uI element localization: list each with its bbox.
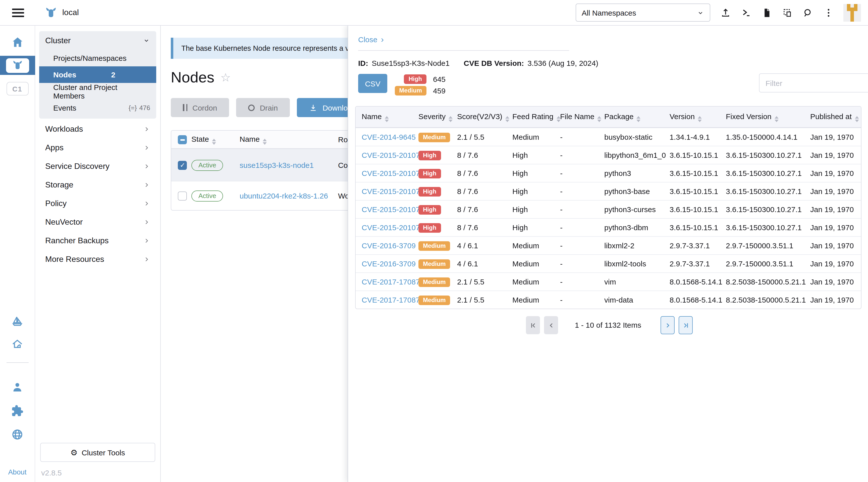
sort-icon[interactable] [263, 139, 267, 145]
column-header-package[interactable]: Package [604, 112, 634, 120]
cve-link[interactable]: CVE-2015-20107 [362, 223, 418, 232]
sort-icon[interactable] [775, 116, 779, 122]
version-label: v2.8.5 [41, 469, 62, 477]
sidebar-item-label: Projects/Namespaces [53, 54, 127, 62]
cve-link[interactable]: CVE-2015-20107 [362, 169, 418, 177]
cve-feed-rating: High [513, 146, 560, 164]
kubectl-shell-icon[interactable] [740, 7, 751, 18]
sidebar-item[interactable]: Nodes 2 [39, 66, 156, 83]
column-header-name[interactable]: Name [362, 112, 382, 120]
node-name-link[interactable]: suse15sp3-k3s-node1 [240, 161, 314, 170]
filter-input[interactable] [759, 73, 868, 92]
kebab-menu-icon[interactable] [823, 7, 834, 18]
cve-link[interactable]: CVE-2016-3709 [362, 241, 416, 250]
sidebar-item[interactable]: Events {=}476 [39, 99, 156, 116]
cve-meta: ID: Suse15sp3-K3s-Node1 CVE DB Version: … [358, 59, 598, 67]
cve-link[interactable]: CVE-2015-20107 [362, 205, 418, 214]
column-header-feed-rating[interactable]: Feed Rating [513, 112, 553, 120]
column-header-published-at[interactable]: Published at [810, 112, 852, 120]
sidebar-nav-list: Workloads Apps Service Discovery [35, 120, 160, 268]
globe-icon[interactable] [11, 428, 24, 441]
sidebar-item[interactable]: Service Discovery [39, 157, 156, 175]
cve-feed-rating: Medium [513, 272, 560, 291]
cve-link[interactable]: CVE-2014-9645 [362, 133, 416, 141]
harvester-icon[interactable] [11, 338, 24, 350]
cve-link[interactable]: CVE-2017-17087 [362, 277, 418, 286]
sort-icon[interactable] [698, 116, 702, 122]
column-header-name[interactable]: Name [240, 134, 260, 143]
select-all-checkbox[interactable] [178, 135, 187, 144]
sort-icon[interactable] [556, 116, 560, 122]
cve-link[interactable]: CVE-2015-20107 [362, 187, 418, 195]
node-name-link[interactable]: ubuntu2204-rke2-k8s-1.26 [240, 191, 328, 200]
active-cluster-indicator[interactable] [0, 56, 35, 75]
favorite-star-icon[interactable]: ☆ [220, 71, 230, 83]
sort-icon[interactable] [637, 116, 641, 122]
copy-kubeconfig-icon[interactable] [782, 7, 793, 18]
column-header-version[interactable]: Version [670, 112, 695, 120]
file-icon[interactable] [761, 7, 772, 18]
sort-icon[interactable] [212, 139, 216, 145]
extensions-puzzle-icon[interactable] [11, 404, 24, 417]
chevron-right-icon [143, 181, 150, 188]
hamburger-menu-icon[interactable] [12, 8, 24, 17]
gear-icon: ⚙ [70, 448, 78, 457]
column-header-score[interactable]: Score(V2/V3) [457, 112, 502, 120]
sidebar-item[interactable]: Policy [39, 194, 156, 213]
sidebar-item[interactable]: Workloads [39, 120, 156, 138]
pagination-prev-button[interactable] [544, 316, 558, 334]
node-id-value: Suse15sp3-K3s-Node1 [372, 59, 450, 67]
cve-link[interactable]: CVE-2015-20107 [362, 151, 418, 159]
sort-icon[interactable] [505, 116, 509, 122]
sidebar-item-badge: {=}476 [129, 104, 150, 112]
cluster-tools-button[interactable]: ⚙ Cluster Tools [40, 443, 155, 462]
cordon-button[interactable]: Cordon [171, 98, 229, 117]
cve-link[interactable]: CVE-2017-17087 [362, 296, 418, 304]
cve-version: 8.0.1568-5.14.1 [670, 291, 726, 309]
identicon [843, 4, 861, 21]
sidebar-item[interactable]: Rancher Backups [39, 231, 156, 250]
sidebar-item[interactable]: Apps [39, 138, 156, 157]
pagination-next-button[interactable] [660, 316, 675, 334]
sort-icon[interactable] [448, 116, 453, 122]
sort-icon[interactable] [385, 116, 389, 122]
close-panel-link[interactable]: Close › [358, 35, 384, 44]
fleet-icon[interactable] [11, 315, 24, 328]
sort-icon[interactable] [597, 116, 601, 122]
row-checkbox[interactable] [178, 161, 187, 170]
column-header-fixed-version[interactable]: Fixed Version [726, 112, 772, 120]
cve-version: 1.34.1-4.9.1 [670, 128, 726, 146]
namespace-select[interactable]: All Namespaces [576, 3, 710, 22]
cve-row: CVE-2017-17087 Medium 2.1 / 5.5 Medium -… [355, 272, 862, 291]
severity-badge: Medium [418, 295, 450, 305]
cve-published-at: Jan 19, 1970 [810, 146, 862, 164]
sidebar-item-label: Policy [45, 199, 67, 208]
home-icon[interactable] [11, 36, 24, 49]
sidebar-item[interactable]: Cluster and Project Members [39, 83, 156, 99]
sort-icon[interactable] [855, 116, 859, 122]
sidebar-item[interactable]: NeuVector [39, 213, 156, 231]
cve-link[interactable]: CVE-2016-3709 [362, 259, 416, 268]
column-header-state[interactable]: State [191, 134, 209, 143]
sidebar-item[interactable]: More Resources [39, 250, 156, 268]
cve-package: python3-dbm [604, 218, 670, 236]
severity-summary-row: Medium 459 [395, 86, 445, 95]
pagination-last-button[interactable] [679, 316, 693, 334]
csv-export-button[interactable]: CSV [358, 74, 387, 93]
search-icon[interactable] [802, 7, 813, 18]
cluster-name: local [62, 8, 79, 17]
row-checkbox[interactable] [178, 191, 187, 201]
drain-button[interactable]: Drain [236, 98, 290, 117]
column-header-file-name[interactable]: File Name [560, 112, 594, 120]
sidebar-item[interactable]: Projects/Namespaces [39, 50, 156, 66]
pagination-first-button[interactable] [526, 316, 540, 334]
sidebar-item[interactable]: Storage [39, 175, 156, 194]
cluster-badge-c1[interactable]: C1 [6, 82, 28, 95]
sidebar-group-cluster-header[interactable]: Cluster [39, 31, 156, 50]
user-icon[interactable] [11, 381, 24, 394]
column-header-severity[interactable]: Severity [418, 112, 445, 120]
upload-icon[interactable] [720, 7, 731, 18]
about-link[interactable]: About [8, 468, 26, 476]
user-avatar[interactable] [843, 4, 861, 21]
sidebar-item-label: Cluster and Project Members [53, 83, 150, 100]
